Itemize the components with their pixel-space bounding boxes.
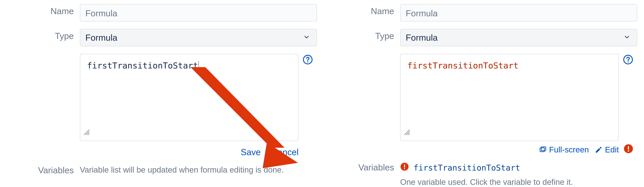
name-label: Name [327,4,394,16]
svg-rect-13 [628,146,629,150]
variables-label: Variables [327,162,394,172]
save-button[interactable]: Save [241,147,261,157]
formula-editor[interactable]: firstTransitionToStart [80,54,298,141]
variable-link[interactable]: firstTransitionToStart [414,163,520,172]
formula-editor-content: firstTransitionToStart [87,61,199,71]
chevron-down-icon [303,29,310,46]
svg-point-19 [404,168,405,169]
svg-line-2 [88,133,89,135]
svg-rect-18 [404,164,405,168]
type-select[interactable]: Formula [400,29,637,46]
svg-line-9 [408,133,410,135]
pencil-icon [595,146,602,154]
help-icon[interactable] [623,54,633,65]
name-field[interactable]: Formula [400,4,637,22]
text-caret [198,61,199,70]
resize-grip-icon [403,129,411,138]
resize-grip-icon [83,129,90,138]
svg-rect-16 [541,147,546,150]
svg-rect-15 [540,148,544,152]
variables-note: One variable used. Click the variable to… [400,177,637,187]
name-field[interactable]: Formula [80,4,317,22]
type-label: Type [327,29,394,41]
type-select-value: Formula [406,29,438,46]
type-label: Type [7,29,74,41]
name-label: Name [7,4,74,16]
type-select-value: Formula [85,29,118,46]
fullscreen-button[interactable]: Full-screen [539,145,589,154]
warning-icon[interactable] [624,144,633,154]
formula-preview: firstTransitionToStart [400,54,619,141]
type-select[interactable]: Formula [80,29,317,46]
help-icon[interactable] [302,54,313,65]
svg-point-14 [628,150,629,152]
cancel-button[interactable]: Cancel [271,147,298,157]
svg-point-4 [307,61,308,62]
formula-preview-content: firstTransitionToStart [407,61,518,71]
svg-point-11 [628,61,628,62]
fullscreen-icon [539,146,547,154]
formula-editor-panel-saved: Name Formula Type Formula firstTransitio [327,0,637,187]
variables-label: Variables [7,165,74,175]
edit-button[interactable]: Edit [595,145,619,154]
chevron-down-icon [623,29,630,46]
warning-icon [400,162,409,173]
formula-editor-panel-editing: Name Formula Type Formula f [7,0,317,187]
variables-pending-note: Variable list will be updated when formu… [80,165,317,174]
